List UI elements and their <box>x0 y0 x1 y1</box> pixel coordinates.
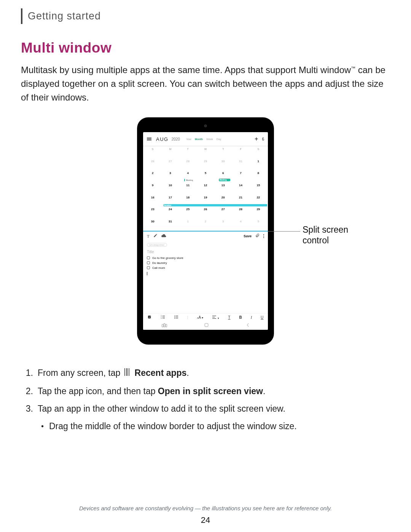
calendar-cell[interactable]: 15 <box>250 182 267 195</box>
calendar-cell[interactable]: 18 <box>179 195 197 207</box>
calendar-app: AUG 2020 Year Month Week Day + <box>143 132 268 231</box>
calendar-cell[interactable]: 11 <box>179 182 197 195</box>
calendar-cell[interactable]: 30 <box>144 219 161 231</box>
step-number: 3. <box>21 401 38 416</box>
calendar-cell[interactable]: 2 <box>197 219 214 231</box>
svg-rect-12 <box>175 316 178 316</box>
calendar-cell[interactable]: 29 <box>197 158 214 171</box>
step-text: Tap the app icon, and then tap <box>38 386 158 396</box>
calendar-cell[interactable]: 25 <box>179 206 197 219</box>
step-text: From any screen, tap <box>38 368 120 378</box>
today-icon[interactable]: 6 <box>262 137 264 141</box>
calendar-cell[interactable]: 17Vacation <box>161 195 179 207</box>
checkbox-icon[interactable] <box>147 261 150 264</box>
calendar-cell[interactable]: 4 <box>232 219 249 231</box>
checkbox-icon[interactable] <box>147 256 150 259</box>
back-nav-icon[interactable] <box>246 323 250 329</box>
font-color-icon[interactable]: T <box>228 315 230 320</box>
svg-rect-21 <box>205 323 208 327</box>
calendar-cell[interactable]: 10 <box>161 182 179 195</box>
add-event-icon[interactable]: + <box>255 136 258 142</box>
calendar-cell[interactable]: 9 <box>144 182 161 195</box>
checkbox-icon[interactable] <box>147 266 150 269</box>
calendar-cell[interactable]: 7 <box>232 170 249 182</box>
svg-rect-20 <box>165 324 167 327</box>
calendar-cell[interactable]: 31 <box>161 219 179 231</box>
hamburger-icon[interactable] <box>147 137 151 141</box>
text-mode-icon[interactable]: T <box>147 234 150 238</box>
checklist-item[interactable]: Do laundry <box>147 261 264 265</box>
note-title-field[interactable]: Title <box>147 250 264 254</box>
calendar-cell[interactable]: 13 <box>214 182 232 195</box>
calendar-cell[interactable]: 1 <box>250 158 267 171</box>
step-suffix: . <box>263 386 265 396</box>
calendar-cell[interactable]: 27 <box>214 206 232 219</box>
calendar-cell[interactable]: 8 <box>250 170 267 182</box>
calendar-cell[interactable]: 2 <box>144 170 161 182</box>
page-title: Multi window <box>21 40 390 56</box>
calendar-cell[interactable]: 24 <box>161 206 179 219</box>
calendar-cell[interactable]: 19 <box>197 195 214 207</box>
calendar-cell[interactable]: 23 <box>144 206 161 219</box>
calendar-cell[interactable]: 22 <box>250 195 267 207</box>
view-week[interactable]: Week <box>206 138 213 141</box>
view-day[interactable]: Day <box>217 138 221 141</box>
note-tag[interactable]: Uncategorized <box>147 243 167 247</box>
checklist-item[interactable]: Call mom <box>147 266 264 270</box>
font-size-icon[interactable]: AA ▾ <box>197 315 203 320</box>
svg-point-11 <box>174 318 175 319</box>
italic-icon[interactable]: I <box>251 315 252 320</box>
calendar-cell[interactable]: 20 <box>214 195 232 207</box>
checklist-icon[interactable] <box>148 315 152 320</box>
calendar-cell[interactable]: 30 <box>214 158 232 171</box>
calendar-toolbar: AUG 2020 Year Month Week Day + <box>143 132 268 146</box>
underline-icon[interactable]: U <box>261 315 263 320</box>
calendar-cell[interactable]: 4Meeting <box>179 170 197 182</box>
section-header: Getting started <box>21 8 390 24</box>
calendar-day-header: S <box>250 146 267 158</box>
svg-text:3: 3 <box>161 318 161 319</box>
calendar-cell[interactable]: 5 <box>250 219 267 231</box>
view-year[interactable]: Year <box>186 138 191 141</box>
numbered-list-icon[interactable]: 123 <box>161 315 165 320</box>
pen-icon[interactable] <box>153 233 158 238</box>
calendar-cell[interactable]: 21 <box>232 195 249 207</box>
home-nav-icon[interactable] <box>204 323 209 329</box>
recents-nav-icon[interactable] <box>162 323 167 329</box>
calendar-cell[interactable]: 28 <box>179 158 197 171</box>
calendar-cell[interactable]: 14 <box>232 182 249 195</box>
intro-paragraph: Multitask by using multiple apps at the … <box>21 61 390 104</box>
calendar-cell[interactable]: 27 <box>161 158 179 171</box>
calendar-cell[interactable]: 3 <box>214 219 232 231</box>
more-icon[interactable] <box>263 234 264 238</box>
calendar-cell[interactable]: 12 <box>197 182 214 195</box>
step: 2. Tap the app icon, and then tap Open i… <box>21 383 390 399</box>
step-suffix: . <box>186 368 189 378</box>
calendar-view-tabs[interactable]: Year Month Week Day <box>186 138 221 141</box>
calendar-cell[interactable]: 31 <box>232 158 249 171</box>
calendar-cell[interactable]: 1 <box>179 219 197 231</box>
cloud-icon[interactable] <box>161 234 166 238</box>
calendar-cell[interactable]: 29 <box>250 206 267 219</box>
calendar-cell[interactable]: 6Meeting <box>214 170 232 182</box>
calendar-day-header: F <box>232 146 249 158</box>
calendar-cell[interactable]: 26 <box>197 206 214 219</box>
calendar-cell[interactable]: 5 <box>197 170 214 182</box>
notes-body[interactable]: Uncategorized Title Go to the grocery st… <box>143 241 268 313</box>
bold-icon[interactable]: B <box>239 315 242 320</box>
bullet-list-icon[interactable] <box>174 315 178 320</box>
split-screen-control[interactable] <box>143 231 268 232</box>
view-month[interactable]: Month <box>195 138 203 141</box>
checklist-item[interactable]: Go to the grocery store <box>147 256 264 260</box>
save-button[interactable]: Save <box>244 234 252 238</box>
calendar-year: 2020 <box>172 137 180 141</box>
calendar-cell[interactable]: 3 <box>161 170 179 182</box>
sub-bullet-text: Drag the middle of the window border to … <box>49 419 390 434</box>
calendar-cell[interactable]: 26 <box>144 158 161 171</box>
figure: AUG 2020 Year Month Week Day + <box>21 118 390 344</box>
calendar-cell[interactable]: 16 <box>144 195 161 207</box>
align-icon[interactable]: ▾ <box>212 315 219 320</box>
svg-rect-4 <box>162 317 164 317</box>
calendar-cell[interactable]: 28 <box>232 206 249 219</box>
attach-icon[interactable] <box>255 233 260 238</box>
